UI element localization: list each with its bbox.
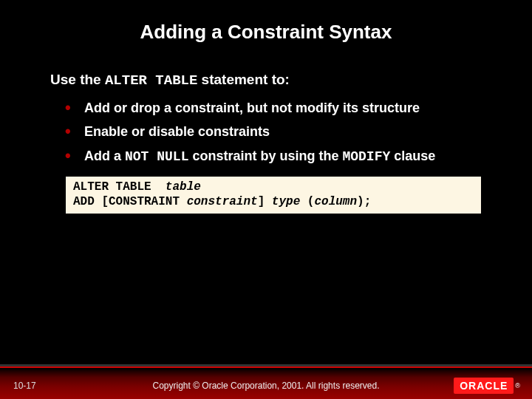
code-kw: ( [300, 195, 314, 208]
registered-trademark-icon: ® [515, 382, 520, 389]
slide: Adding a Constraint Syntax Use the ALTER… [0, 0, 532, 399]
code-emph: column [314, 195, 357, 208]
code-emph: type [272, 195, 300, 208]
code-emph: table [166, 180, 201, 194]
code-kw: ); [357, 195, 371, 208]
slide-title: Adding a Constraint Syntax [0, 0, 532, 44]
oracle-logo: ORACLE® [454, 378, 520, 394]
bullet-text: Add or drop a constraint, but not modify… [84, 100, 420, 115]
intro-suffix: statement to: [197, 72, 290, 87]
bullet-mid: constraint by using the [188, 149, 342, 163]
copyright-text: Copyright © Oracle Corporation, 2001. Al… [0, 381, 532, 391]
code-emph: constraint [187, 195, 258, 208]
bullet-list: Add or drop a constraint, but not modify… [50, 99, 482, 166]
intro-code: ALTER TABLE [105, 72, 197, 89]
intro-prefix: Use the [50, 72, 105, 87]
bullet-text: Enable or disable constraints [84, 124, 270, 139]
bullet-pre: Add a [84, 149, 125, 163]
code-kw: ADD [CONSTRAINT [73, 195, 187, 208]
oracle-logo-text: ORACLE [454, 378, 514, 394]
code-kw: ] [258, 195, 272, 208]
bullet-code: MODIFY [342, 149, 390, 164]
code-kw: ALTER TABLE [73, 180, 166, 194]
bullet-item: Add a NOT NULL constraint by using the M… [65, 147, 482, 166]
bullet-code: NOT NULL [125, 149, 188, 164]
intro-line: Use the ALTER TABLE statement to: [50, 72, 482, 89]
syntax-code-block: ALTER TABLE table ADD [CONSTRAINT constr… [65, 176, 482, 214]
bullet-post: clause [390, 149, 435, 163]
bullet-item: Enable or disable constraints [65, 123, 482, 140]
bullet-item: Add or drop a constraint, but not modify… [65, 99, 482, 117]
slide-content: Use the ALTER TABLE statement to: Add or… [0, 44, 532, 214]
